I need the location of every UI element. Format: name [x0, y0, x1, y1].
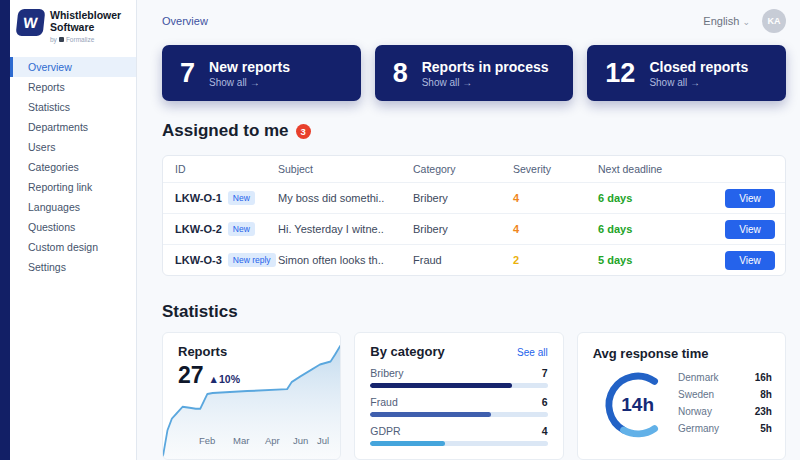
legend-row: Germany 5h	[678, 420, 772, 437]
by-category-title: By category	[370, 344, 444, 359]
legend-value: 23h	[755, 406, 772, 417]
closed-reports-card[interactable]: 12 Closed reports Show all →	[587, 45, 786, 101]
sidebar-item-statistics[interactable]: Statistics	[10, 97, 136, 117]
brand-name-line1: Whistleblower	[50, 9, 121, 21]
category-value: 7	[542, 367, 548, 379]
left-edge-strip	[0, 0, 10, 460]
legend-country: Sweden	[678, 389, 714, 400]
card-text: New reports Show all →	[209, 59, 290, 88]
closed-reports-count: 12	[605, 58, 635, 89]
statistics-section-head: Statistics	[162, 302, 786, 322]
closed-reports-title: Closed reports	[649, 59, 748, 75]
subject-cell: Simon often looks th..	[278, 254, 413, 266]
report-id: LKW-O-2	[175, 223, 222, 235]
category-bar-row: Bribery 7	[370, 367, 547, 388]
by-category-head: By category See all	[370, 344, 547, 359]
avg-response-card: Avg response time 14h Denmark 16h Sweden	[577, 332, 786, 460]
category-cell: Bribery	[413, 192, 513, 204]
view-button[interactable]: View	[725, 189, 775, 208]
severity-cell: 4	[513, 223, 598, 235]
sidebar-item-users[interactable]: Users	[10, 137, 136, 157]
category-line: Bribery 7	[370, 367, 547, 379]
legend-row: Sweden 8h	[678, 386, 772, 403]
trend-pct: 10%	[219, 373, 240, 385]
show-all-label: Show all	[422, 77, 460, 88]
see-all-link[interactable]: See all	[517, 347, 548, 358]
sidebar-item-label: Statistics	[28, 101, 70, 113]
summary-cards-row: 7 New reports Show all → 8 Reports in pr…	[162, 45, 786, 101]
reports-trend-title: Reports	[178, 344, 240, 359]
sidebar-item-settings[interactable]: Settings	[10, 257, 136, 277]
legend-value: 5h	[760, 423, 772, 434]
deadline-cell: 6 days	[598, 192, 718, 204]
arrow-right-icon: →	[250, 77, 260, 88]
col-header-subject: Subject	[278, 163, 413, 175]
table-row[interactable]: LKW-O-1New My boss did somethi.. Bribery…	[163, 182, 785, 213]
status-badge: New	[228, 191, 255, 205]
sidebar-item-reporting-link[interactable]: Reporting link	[10, 177, 136, 197]
assigned-section-head: Assigned to me 3	[162, 121, 786, 141]
topbar-right: English ⌄ KA	[703, 9, 786, 33]
table-header-row: ID Subject Category Severity Next deadli…	[163, 156, 785, 182]
response-legend: Denmark 16h Sweden 8h Norway 23h Germany…	[678, 369, 772, 437]
sidebar-nav: Overview Reports Statistics Departments …	[10, 57, 136, 277]
view-button[interactable]: View	[725, 251, 775, 270]
show-all-link[interactable]: Show all →	[422, 77, 549, 88]
topbar: Overview English ⌄ KA	[162, 0, 786, 42]
severity-cell: 2	[513, 254, 598, 266]
whistleblower-logo-icon: W	[16, 9, 46, 36]
show-all-link[interactable]: Show all →	[209, 77, 290, 88]
status-badge: New reply	[228, 253, 276, 267]
statistics-cards-row: Reports 27 ▲10% Feb	[162, 332, 786, 460]
sidebar-item-reports[interactable]: Reports	[10, 77, 136, 97]
bar-fill	[370, 412, 491, 417]
sidebar-item-languages[interactable]: Languages	[10, 197, 136, 217]
response-gauge: 14h	[600, 367, 676, 443]
table-row[interactable]: LKW-O-3New reply Simon often looks th.. …	[163, 244, 785, 275]
chevron-down-icon: ⌄	[742, 17, 750, 27]
reports-in-process-card[interactable]: 8 Reports in process Show all →	[375, 45, 574, 101]
app-window: W Whistleblower Software by Formalize Ov…	[0, 0, 800, 460]
x-tick-apr: Apr	[265, 435, 280, 446]
card-text: Closed reports Show all →	[649, 59, 748, 88]
sidebar: W Whistleblower Software by Formalize Ov…	[10, 0, 137, 460]
brand-logo: W Whistleblower Software by Formalize	[10, 0, 136, 51]
subject-cell: My boss did somethi..	[278, 192, 413, 204]
category-bar-row: GDPR 4	[370, 425, 547, 446]
report-id-cell: LKW-O-3New reply	[175, 253, 278, 267]
severity-cell: 4	[513, 192, 598, 204]
sidebar-item-label: Custom design	[28, 241, 98, 253]
sidebar-item-overview[interactable]: Overview	[10, 57, 136, 77]
sidebar-item-custom-design[interactable]: Custom design	[10, 237, 136, 257]
sidebar-item-categories[interactable]: Categories	[10, 157, 136, 177]
col-header-category: Category	[413, 163, 513, 175]
show-all-link[interactable]: Show all →	[649, 77, 748, 88]
new-reports-card[interactable]: 7 New reports Show all →	[162, 45, 361, 101]
table-row[interactable]: LKW-O-2New Hi. Yesterday I witne.. Bribe…	[163, 213, 785, 244]
legend-country: Denmark	[678, 372, 719, 383]
sidebar-item-questions[interactable]: Questions	[10, 217, 136, 237]
brand-text: Whistleblower Software by Formalize	[50, 9, 121, 43]
sidebar-item-departments[interactable]: Departments	[10, 117, 136, 137]
category-value: 6	[542, 396, 548, 408]
reports-trend-head: Reports 27 ▲10%	[178, 344, 240, 389]
language-label: English	[703, 15, 739, 27]
breadcrumb: Overview	[162, 15, 208, 27]
assigned-table: ID Subject Category Severity Next deadli…	[162, 155, 786, 276]
arrow-right-icon: →	[690, 77, 700, 88]
category-line: Fraud 6	[370, 396, 547, 408]
deadline-cell: 6 days	[598, 223, 718, 235]
sidebar-item-label: Users	[28, 141, 55, 153]
card-text: Reports in process Show all →	[422, 59, 549, 88]
byline-text: by	[50, 36, 57, 43]
subject-cell: Hi. Yesterday I witne..	[278, 223, 413, 235]
deadline-cell: 5 days	[598, 254, 718, 266]
by-category-card: By category See all Bribery 7 Fraud 6	[354, 332, 563, 460]
reports-total-row: 27 ▲10%	[178, 362, 240, 389]
view-button[interactable]: View	[725, 220, 775, 239]
trend-arrow: ▲	[209, 373, 219, 385]
avatar[interactable]: KA	[762, 9, 786, 33]
status-badge: New	[228, 222, 255, 236]
language-selector[interactable]: English ⌄	[703, 15, 750, 27]
report-id: LKW-O-3	[175, 254, 222, 266]
